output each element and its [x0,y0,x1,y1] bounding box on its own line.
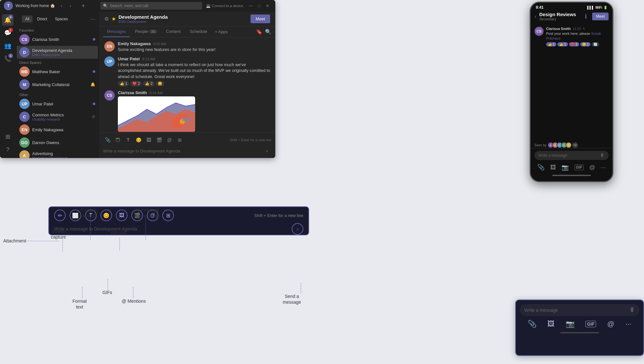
tool-mention[interactable]: @ [165,135,174,144]
avatar-marketing: M [19,79,30,90]
phone-reaction-2[interactable]: 👍 1 [557,42,568,46]
phone-reaction-3[interactable]: ❤️ 1 [569,42,579,46]
sidebar-item-name-marketing: Marketing Collateral [32,82,88,87]
avatar-emily: EN [19,124,30,135]
icon-apps[interactable]: ⊞ [2,131,14,143]
back-button[interactable]: ‹ [535,13,537,20]
reaction-thumbsup[interactable]: 👍 1 [118,81,129,86]
tab-content[interactable]: Content [162,26,185,37]
tool-attachment[interactable]: 📎 [103,135,112,144]
teams-nav-icon: 👥 [4,42,11,49]
tool-gif[interactable]: 🎬 [155,135,164,144]
star-icon[interactable]: ★ [111,16,116,22]
sidebar-item-advertising[interactable]: A Advertising Marketing Department [17,149,98,158]
chat-tabs: Messages People 30 Content Schedule + Ap… [99,26,275,37]
connect-icon: 💻 [206,4,211,8]
search-chat-icon[interactable]: 🔍 [265,29,271,35]
avatar-clarissa: CS [19,34,30,44]
exp-tool-emoji[interactable]: 😊 [100,210,112,221]
sidebar-item-common-metrics[interactable]: C Common Metrics Usability research ⚙ [17,110,98,123]
sidebar-item-matthew[interactable]: MB Matthew Baker [17,65,98,78]
phone-tool-image[interactable]: 🖼 [550,164,556,171]
nav-back[interactable]: ‹ [58,2,65,10]
mobile-card-tool-mention[interactable]: @ [607,320,614,328]
send-button[interactable]: › [262,146,271,155]
maximize-button[interactable]: □ [255,2,263,10]
tool-apps[interactable]: ⊞ [175,135,184,144]
tab-schedule[interactable]: Schedule [186,26,211,37]
sidebar-item-emily[interactable]: EN Emily Nakagawa [17,123,98,136]
mobile-card-tool-attach[interactable]: 📎 [528,320,536,328]
message-input[interactable]: Write a message to Development Agenda [103,149,260,153]
anno-vline-mention [133,287,134,299]
phone-reaction-4[interactable]: 😊 1 [580,42,591,46]
nav-forward[interactable]: › [67,2,74,10]
icon-calls[interactable]: 📞 1 [2,53,14,64]
seen-avatar-5: E [566,142,572,148]
sidebar-item-umar[interactable]: UP Umar Patel [17,97,98,110]
phone-tool-camera[interactable]: 📷 [562,164,569,171]
tab-messages[interactable]: Messages [103,26,130,37]
tab-spaces[interactable]: Spaces [52,15,71,23]
connect-button[interactable]: 💻 Connect to a device [206,4,243,8]
exp-tool-pencil[interactable]: ✏ [54,210,66,221]
phone-input-row[interactable]: Write a message 🎙 [535,151,609,160]
tool-image[interactable]: 🖼 [144,135,153,144]
tool-screen[interactable]: 🗔 [113,135,122,144]
close-button[interactable]: ✕ [264,2,271,10]
seen-by: Seen by A B C D E +2 [531,142,612,148]
exp-tool-gif[interactable]: 🖼 [116,210,128,221]
phone-tool-gif[interactable]: GIF [574,164,583,170]
phone-mic-button[interactable]: 🎙 [600,153,605,158]
reaction-heart[interactable]: ❤️ 2 [130,81,142,86]
tool-format[interactable]: T [124,135,133,144]
mobile-card-tool-image[interactable]: 🖼 [547,320,554,328]
sidebar-item-marketing[interactable]: M Marketing Collateral 🔔 [17,78,98,91]
icon-chat[interactable]: 💬 1 [2,27,14,39]
tab-all[interactable]: All [22,15,33,23]
tab-apps[interactable]: + Apps [212,27,230,37]
message-time-umar: 8:23 AM [142,57,155,61]
exp-toolbar-hint: Shift + Enter for a new line [254,213,303,218]
minimize-button[interactable]: — [247,2,255,10]
search-bar[interactable]: 🔍 Search, meet, and call [100,2,202,10]
phone-info-icon[interactable]: ℹ [585,13,587,20]
mobile-card-input-text[interactable]: Write a message [524,308,627,313]
message-time-emily: 8:20 AM [153,42,166,46]
sidebar-item-clarissa[interactable]: CS Clarissa Smith [17,33,98,46]
phone-tool-attach[interactable]: 📎 [537,164,545,171]
phone-tool-more[interactable]: ··· [601,164,606,171]
icon-teams[interactable]: 👥 [2,40,14,52]
exp-tool-apps[interactable]: ⊞ [162,210,174,221]
exp-send-button[interactable]: › [292,223,303,235]
reaction-thumbsup2[interactable]: 👍 2 [143,81,154,86]
tool-emoji[interactable]: 😊 [134,135,143,144]
mobile-card-tool-more[interactable]: ··· [625,320,631,328]
phone-input-text[interactable]: Write a message [538,153,600,158]
phone-meet-button[interactable]: Meet [592,13,609,20]
reaction-smile[interactable]: 😊 [156,81,164,86]
icon-activity[interactable]: 🔔 4 [2,14,14,26]
sidebar-item-development-agenda[interactable]: D Development Agenda ENG Deployment [17,46,98,59]
meet-button[interactable]: Meet [251,15,270,23]
mobile-card-input[interactable]: Write a message 🎙 [520,304,639,316]
add-tab-button[interactable]: + [80,2,87,10]
direct-spaces-label: Direct Spaces [15,59,99,65]
phone-reaction-1[interactable]: 👍 1 [546,42,556,46]
tab-people[interactable]: People 30 [131,26,161,37]
title-bar-left: T Working from home 🏠 ‹ › + [4,1,100,10]
sidebar-more-icon[interactable]: ⋯ [90,16,95,22]
chart-preview[interactable]: 1,878,358 [118,96,195,132]
icon-help[interactable]: ? [2,144,14,155]
sidebar-item-darren[interactable]: DO Darren Owens [17,136,98,149]
sidebar-item-sub-dev-agenda: ENG Deployment [32,53,95,57]
bookmark-icon[interactable]: 🔖 [256,29,262,35]
mobile-card-mic[interactable]: 🎙 [629,307,635,313]
phone-reaction-5[interactable]: 🔄 [592,42,599,46]
gear-icon[interactable]: ⚙ [104,16,109,22]
exp-tool-screen[interactable]: ⬜ [70,210,81,221]
mobile-card-tool-gif[interactable]: GIF [585,321,596,327]
tab-direct[interactable]: Direct [34,15,50,23]
phone-tool-mention[interactable]: @ [589,164,595,171]
mobile-card-tool-camera[interactable]: 📷 [566,320,574,328]
